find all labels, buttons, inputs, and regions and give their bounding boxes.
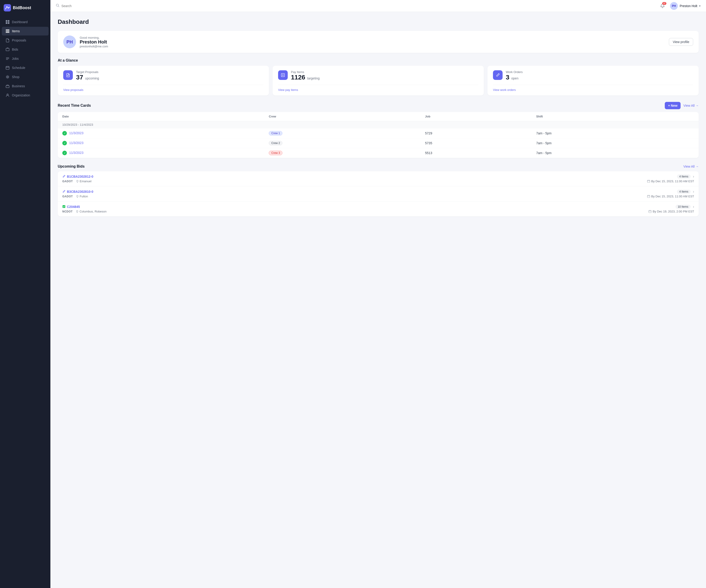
sidebar-item-organization[interactable]: Organization <box>2 91 48 99</box>
bid-3-check-icon <box>62 205 66 209</box>
bid-2-items: 4 Items <box>677 190 691 194</box>
chevron-down-icon: ▾ <box>699 4 701 7</box>
topbar: 37 PH Preston Holt ▾ <box>50 0 706 12</box>
svg-point-21 <box>77 211 77 211</box>
sidebar-item-schedule[interactable]: Schedule <box>2 64 48 72</box>
bids-icon <box>5 47 10 51</box>
glance-cards: Target Proposals 37 upcoming View propos… <box>58 66 699 95</box>
pay-items-glance-icon <box>278 70 288 80</box>
bid-1-org: GADOT <box>62 180 73 183</box>
upcoming-bids-header: Upcoming Bids View All → <box>58 164 699 169</box>
shop-icon <box>5 75 10 79</box>
organization-icon <box>5 93 10 97</box>
bid-1-location-text: Emanuel <box>80 179 91 183</box>
svg-rect-12 <box>6 86 9 88</box>
user-menu[interactable]: PH Preston Holt ▾ <box>670 2 701 10</box>
row1-crew: Crew 1 <box>264 128 420 138</box>
row3-shift: 7am - 5pm <box>532 148 699 158</box>
view-pay-items-link[interactable]: View pay items <box>278 88 298 92</box>
main-content: Dashboard PH Good morning, Preston Holt … <box>50 12 706 588</box>
dashboard-icon <box>5 20 10 24</box>
sidebar-item-organization-label: Organization <box>12 93 30 97</box>
bid-1-top-right: 4 Items › <box>677 174 694 179</box>
col-crew: Crew <box>264 112 420 121</box>
view-profile-button[interactable]: View profile <box>669 38 693 46</box>
bid-3-top: C204845 10 Items › <box>62 205 694 209</box>
svg-rect-6 <box>6 30 9 30</box>
view-proposals-link[interactable]: View proposals <box>63 88 83 92</box>
bid-row-3[interactable]: C204845 10 Items › NCDOT Columbus, Robes… <box>58 202 699 216</box>
bid-3-items: 10 Items <box>675 205 691 209</box>
row3-job: 5513 <box>421 148 532 158</box>
svg-rect-4 <box>6 22 7 24</box>
schedule-icon <box>5 66 10 70</box>
glance-card-proposals: Target Proposals 37 upcoming View propos… <box>58 66 269 95</box>
bid-2-link[interactable]: B3CBA2302810-0 <box>62 190 93 194</box>
bid-1-id: B1CBA2302812-0 <box>67 175 93 178</box>
app-name: BidBoost <box>13 5 31 10</box>
bid-3-location-text: Columbus, Robeson <box>79 210 107 213</box>
pay-items-glance-sub: targeting <box>307 77 320 80</box>
topbar-right: 37 PH Preston Holt ▾ <box>659 2 701 10</box>
status-check-icon-2: ✓ <box>62 141 67 145</box>
sidebar-item-business[interactable]: Business <box>2 82 48 90</box>
profile-email: prestonholt@me.com <box>80 45 665 48</box>
sidebar-item-items-label: Items <box>12 29 20 33</box>
bid-1-items: 4 Items <box>677 174 691 179</box>
sidebar-item-bids[interactable]: Bids <box>2 45 48 54</box>
bid-row-2[interactable]: B3CBA2302810-0 4 Items › GADOT Fulton <box>58 186 699 202</box>
svg-point-1 <box>9 7 10 8</box>
proposals-glance-value: 37 <box>76 74 83 81</box>
svg-rect-9 <box>6 48 9 51</box>
crew-badge-2: Crew 2 <box>269 141 282 145</box>
svg-rect-7 <box>6 31 9 32</box>
bid-1-link[interactable]: B1CBA2302812-0 <box>62 175 93 179</box>
view-work-orders-link[interactable]: View work orders <box>493 88 516 92</box>
table-row: ✓ 11/3/2023 Crew 2 5735 7am - 5pm <box>58 138 699 148</box>
bids-view-all-link[interactable]: View All → <box>683 165 699 168</box>
proposals-icon <box>5 38 10 42</box>
svg-point-11 <box>7 76 8 78</box>
sidebar-item-jobs[interactable]: Jobs <box>2 54 48 63</box>
row1-shift: 7am - 5pm <box>532 128 699 138</box>
sidebar-item-dashboard[interactable]: Dashboard <box>2 17 48 26</box>
status-check-icon-3: ✓ <box>62 151 67 155</box>
notification-button[interactable]: 37 <box>659 2 666 10</box>
bid-3-meta-left: NCDOT Columbus, Robeson <box>62 210 107 213</box>
sidebar-item-business-label: Business <box>12 84 25 88</box>
time-cards-view-all-link[interactable]: View All → <box>683 104 699 108</box>
svg-rect-5 <box>8 22 9 24</box>
time-cards-actions: + New View All → <box>665 102 699 109</box>
bid-1-date: By Dec 15, 2023, 11:00 AM EST <box>647 179 694 183</box>
bid-1-location: Emanuel <box>76 179 91 183</box>
svg-rect-3 <box>8 20 9 22</box>
bid-3-date: By Dec 19, 2023, 2:00 PM EST <box>649 210 694 213</box>
proposals-glance-info: Target Proposals 37 upcoming <box>76 70 99 81</box>
sidebar-item-shop[interactable]: Shop <box>2 73 48 81</box>
bid-1-meta: GADOT Emanuel By Dec 15, 2023, 11:00 AM … <box>62 179 694 183</box>
sidebar-item-schedule-label: Schedule <box>12 66 25 70</box>
pay-items-glance-value: 1126 <box>291 74 305 81</box>
row2-job: 5735 <box>421 138 532 148</box>
work-orders-glance-info: Work Orders 3 open <box>506 70 522 81</box>
search-input[interactable] <box>62 4 107 8</box>
row3-date-link[interactable]: 11/3/2023 <box>69 151 83 155</box>
bid-1-meta-left: GADOT Emanuel <box>62 179 91 183</box>
app-logo[interactable]: BidBoost <box>0 0 50 15</box>
bid-2-location-text: Fulton <box>80 195 88 198</box>
row1-date-link[interactable]: 11/3/2023 <box>69 131 83 135</box>
new-time-card-button[interactable]: + New <box>665 102 680 109</box>
row2-date-link[interactable]: 11/3/2023 <box>69 141 83 145</box>
bid-2-id: B3CBA2302810-0 <box>67 190 93 194</box>
sidebar-item-bids-label: Bids <box>12 48 18 51</box>
sidebar-item-proposals[interactable]: Proposals <box>2 36 48 45</box>
bid-3-top-right: 10 Items › <box>675 205 694 209</box>
bid-3-link[interactable]: C204845 <box>62 205 80 209</box>
bid-row-1[interactable]: B1CBA2302812-0 4 Items › GADOT Emanuel <box>58 171 699 186</box>
sidebar-item-items[interactable]: Items <box>2 27 48 36</box>
col-job: Job <box>421 112 532 121</box>
bid-2-org: GADOT <box>62 195 73 198</box>
sidebar-item-jobs-label: Jobs <box>12 57 19 60</box>
date-group-row: 10/29/2023 - 11/4/2023 <box>58 121 699 128</box>
time-cards-table-card: Date Crew Job Shift 10/29/2023 - 11/4/20… <box>58 112 699 158</box>
